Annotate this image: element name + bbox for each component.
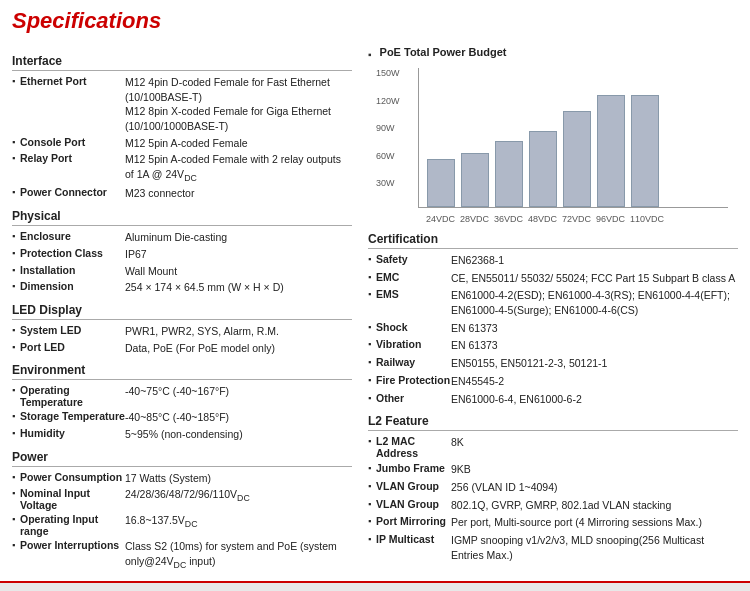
spec-label: Humidity — [20, 427, 125, 439]
left-column: Interface ▪ Ethernet Port M12 4pin D-cod… — [12, 46, 352, 573]
bullet: ▪ — [12, 472, 20, 482]
cert-value: 802.1Q, GVRP, GMRP, 802.1ad VLAN stackin… — [451, 498, 738, 513]
bullet: ▪ — [12, 514, 20, 524]
cert-value: 8K — [451, 435, 738, 450]
spec-row: ▪ Ethernet Port M12 4pin D-coded Female … — [12, 75, 352, 134]
cert-value: EN62368-1 — [451, 253, 738, 268]
bar-48v — [529, 131, 557, 207]
cert-value: Per port, Multi-source port (4 Mirroring… — [451, 515, 738, 530]
bullet: ▪ — [368, 339, 376, 349]
bar-group — [597, 95, 625, 207]
bar-group — [631, 95, 659, 207]
x-label: 48VDC — [528, 214, 556, 224]
cert-row: ▪ Fire Protection EN45545-2 — [368, 374, 738, 389]
spec-row: ▪ Storage Temperature -40~85°C (-40~185°… — [12, 410, 352, 425]
spec-row: ▪ Console Port M12 5pin A-coded Female — [12, 136, 352, 151]
bullet: ▪ — [368, 516, 376, 526]
spec-row: ▪ Enclosure Aluminum Die-casting — [12, 230, 352, 245]
spec-label: Port LED — [20, 341, 125, 353]
spec-row: ▪ Nominal Input Voltage 24/28/36/48/72/9… — [12, 487, 352, 511]
spec-value: M23 connector — [125, 186, 352, 201]
environment-items: ▪ Operating Temperature -40~75°C (-40~16… — [12, 384, 352, 441]
bullet: ▪ — [368, 272, 376, 282]
bullet: ▪ — [12, 428, 20, 438]
bullet: ▪ — [368, 436, 376, 446]
bar-96v — [597, 95, 625, 207]
section-environment: Environment — [12, 363, 352, 380]
cert-label: Fire Protection — [376, 374, 451, 386]
cert-row: ▪ Port Mirroring Per port, Multi-source … — [368, 515, 738, 530]
spec-label: Installation — [20, 264, 125, 276]
x-label: 36VDC — [494, 214, 522, 224]
bullet: ▪ — [368, 499, 376, 509]
bullet: ▪ — [12, 265, 20, 275]
cert-row: ▪ Railway EN50155, EN50121-2-3, 50121-1 — [368, 356, 738, 371]
spec-label: Dimension — [20, 280, 125, 292]
bar-group — [563, 111, 591, 207]
spec-row: ▪ Dimension 254 × 174 × 64.5 mm (W × H ×… — [12, 280, 352, 295]
spec-row: ▪ Protection Class IP67 — [12, 247, 352, 262]
chart-container — [418, 68, 728, 208]
bullet: ▪ — [368, 289, 376, 299]
footer: ADVANTECH Industrial Ethernet Solutions … — [0, 581, 750, 591]
bullet: ▪ — [368, 534, 376, 544]
l2feature-items: ▪ L2 MAC Address 8K ▪ Jumbo Frame 9KB ▪ … — [368, 435, 738, 562]
spec-label: Power Interruptions — [20, 539, 125, 551]
spec-row: ▪ Power Consumption 17 Watts (System) — [12, 471, 352, 486]
cert-label: Other — [376, 392, 451, 404]
spec-row: ▪ Humidity 5~95% (non-condensing) — [12, 427, 352, 442]
bar-group — [495, 141, 523, 207]
cert-label: Port Mirroring — [376, 515, 451, 527]
cert-row: ▪ IP Multicast IGMP snooping v1/v2/v3, M… — [368, 533, 738, 562]
cert-value: 256 (VLAN ID 1~4094) — [451, 480, 738, 495]
spec-row: ▪ Operating Input range 16.8~137.5VDC — [12, 513, 352, 537]
right-column: ▪ PoE Total Power Budget 150W 120W 90W 6… — [368, 46, 738, 573]
bullet: ▪ — [12, 411, 20, 421]
spec-label: System LED — [20, 324, 125, 336]
cert-value: CE, EN55011/ 55032/ 55024; FCC Part 15 S… — [451, 271, 738, 286]
section-power: Power — [12, 450, 352, 467]
bullet: ▪ — [368, 481, 376, 491]
cert-row: ▪ Safety EN62368-1 — [368, 253, 738, 268]
bullet: ▪ — [12, 231, 20, 241]
x-label: 110VDC — [630, 214, 658, 224]
bar-72v — [563, 111, 591, 207]
y-label: 150W — [376, 68, 400, 78]
cert-row: ▪ EMS EN61000-4-2(ESD); EN61000-4-3(RS);… — [368, 288, 738, 317]
cert-value: EN61000-6-4, EN61000-6-2 — [451, 392, 738, 407]
bullet: ▪ — [12, 342, 20, 352]
cert-label: L2 MAC Address — [376, 435, 451, 459]
power-items: ▪ Power Consumption 17 Watts (System) ▪ … — [12, 471, 352, 572]
cert-label: Shock — [376, 321, 451, 333]
led-items: ▪ System LED PWR1, PWR2, SYS, Alarm, R.M… — [12, 324, 352, 355]
bullet: ▪ — [368, 322, 376, 332]
spec-row: ▪ System LED PWR1, PWR2, SYS, Alarm, R.M… — [12, 324, 352, 339]
cert-value: EN45545-2 — [451, 374, 738, 389]
cert-label: Jumbo Frame — [376, 462, 451, 474]
bullet: ▪ — [12, 325, 20, 335]
x-label: 72VDC — [562, 214, 590, 224]
spec-value: 254 × 174 × 64.5 mm (W × H × D) — [125, 280, 352, 295]
cert-label: Railway — [376, 356, 451, 368]
spec-value: -40~85°C (-40~185°F) — [125, 410, 352, 425]
spec-label: Operating Input range — [20, 513, 125, 537]
spec-value: 24/28/36/48/72/96/110VDC — [125, 487, 352, 504]
spec-label: Protection Class — [20, 247, 125, 259]
bullet: ▪ — [12, 153, 20, 163]
spec-row: ▪ Installation Wall Mount — [12, 264, 352, 279]
bullet: ▪ — [12, 76, 20, 86]
spec-value: M12 5pin A-coded Female — [125, 136, 352, 151]
cert-label: VLAN Group — [376, 498, 451, 510]
section-led: LED Display — [12, 303, 352, 320]
chart-bars — [419, 87, 728, 207]
spec-value: 17 Watts (System) — [125, 471, 352, 486]
spec-value: Class S2 (10ms) for system and PoE (syst… — [125, 539, 352, 571]
bullet: ▪ — [12, 281, 20, 291]
bullet: ▪ — [12, 137, 20, 147]
bar-36v — [495, 141, 523, 207]
y-label: 60W — [376, 151, 400, 161]
bar-group — [529, 131, 557, 207]
bar-110v — [631, 95, 659, 207]
bullet: ▪ — [12, 187, 20, 197]
cert-label: EMC — [376, 271, 451, 283]
